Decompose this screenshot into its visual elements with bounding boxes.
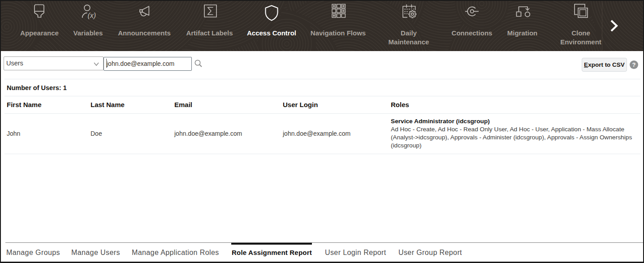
svg-text:(x): (x) <box>87 12 96 19</box>
